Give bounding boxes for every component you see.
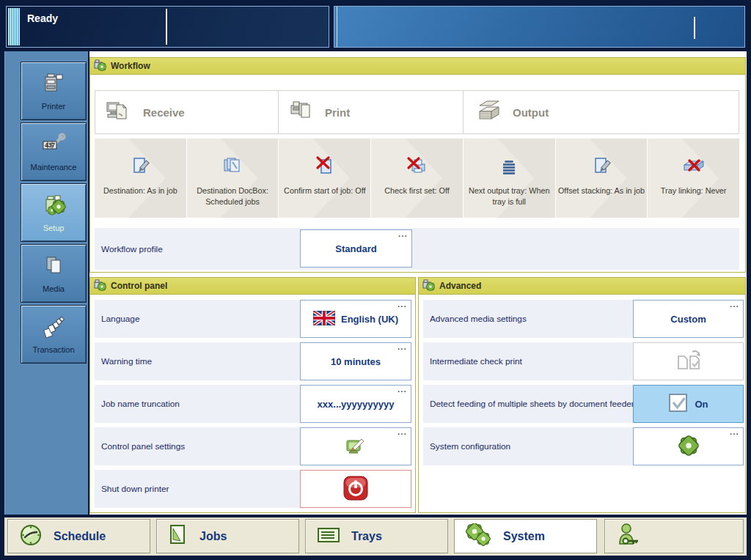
receive-icon: [106, 99, 133, 125]
setting-row-system-configuration: System configuration ...: [423, 427, 741, 465]
tab-jobs[interactable]: Jobs: [156, 519, 299, 553]
status-panel-left: Ready: [6, 6, 329, 48]
main-content: Workflow Rece: [89, 51, 747, 515]
workflow-tiles: Destination: As in job Destination DocBo…: [95, 139, 739, 218]
tile-label: Next output tray: When tray is full: [464, 185, 555, 207]
status-panel-edge: [337, 7, 337, 47]
warning-time-button[interactable]: ... 10 minutes: [300, 342, 411, 380]
section-title: Workflow: [111, 61, 150, 71]
setting-row-advanced-media: Advanced media settings ... Custom: [423, 300, 741, 338]
green-gear-icon: [678, 435, 699, 458]
advanced-section: Advanced Advanced media settings ... Cus…: [418, 277, 746, 513]
phase-label: Output: [513, 106, 549, 119]
tab-schedule[interactable]: Schedule: [7, 519, 150, 553]
workflow-profile-button[interactable]: ... Standard: [300, 229, 412, 268]
setting-value: Standard: [335, 243, 376, 254]
tile-next-output-tray[interactable]: Next output tray: When tray is full: [464, 139, 555, 218]
bottom-tab-bar: Schedule Jobs Trays: [4, 517, 747, 556]
activity-indicator: [8, 8, 20, 45]
tile-check-first-set[interactable]: Check first set: Off: [371, 139, 463, 218]
status-cursor: [694, 17, 695, 39]
sidebar-item-setup[interactable]: Setup: [21, 183, 87, 242]
setting-row-control-panel-settings: Control panel settings ...: [95, 427, 411, 465]
setting-row-detect-multifeed: Detect feeding of multiple sheets by doc…: [423, 385, 741, 423]
sidebar-item-transaction[interactable]: Transaction: [21, 305, 87, 364]
tray-red-x-icon: [681, 152, 706, 179]
phase-label: Receive: [143, 106, 185, 119]
phase-receive: Receive: [95, 91, 279, 133]
printer-icon: [41, 72, 66, 98]
tab-label: System: [503, 530, 545, 543]
setting-row-intermediate-check: Intermediate check print: [423, 342, 741, 380]
setting-label: Workflow profile: [101, 244, 163, 254]
section-gear-icon: [94, 279, 106, 293]
status-panel-right: [334, 6, 745, 48]
advanced-media-settings-button[interactable]: ... Custom: [633, 300, 744, 338]
language-button[interactable]: ... English (UK): [300, 300, 411, 338]
uk-flag-icon: [313, 311, 335, 328]
setting-row-language: Language ... English (UK): [95, 300, 411, 338]
tile-label: Destination: As in job: [101, 185, 180, 196]
detect-multifeed-toggle[interactable]: On: [633, 385, 744, 423]
setting-label: Advanced media settings: [430, 314, 527, 324]
setting-label: Detect feeding of multiple sheets by doc…: [430, 399, 634, 409]
shutdown-button[interactable]: [300, 470, 411, 508]
tile-label: Check first set: Off: [382, 185, 452, 196]
more-options-glyph: ...: [398, 386, 407, 394]
more-options-glyph: ...: [398, 301, 407, 309]
sidebar-item-label: Maintenance: [31, 163, 77, 172]
setting-label: Job name truncation: [101, 399, 180, 409]
system-configuration-button[interactable]: ...: [633, 427, 744, 465]
sidebar-item-maintenance[interactable]: 437 Maintenance: [21, 122, 87, 181]
more-options-glyph: ...: [730, 429, 739, 436]
more-options-glyph: ...: [398, 231, 408, 238]
setting-label: Control panel settings: [101, 441, 185, 452]
tile-tray-linking[interactable]: Tray linking: Never: [648, 139, 739, 218]
tile-label: Destination DocBox: Scheduled jobs: [187, 185, 279, 207]
intermediate-check-print-button[interactable]: [633, 342, 744, 380]
sidebar-item-media[interactable]: Media: [21, 244, 87, 303]
tile-confirm-start[interactable]: Confirm start of job: Off: [279, 139, 370, 218]
setting-row-job-name-truncation: Job name truncation ... xxx...yyyyyyyyyy: [95, 385, 411, 423]
job-name-truncation-button[interactable]: ... xxx...yyyyyyyyyy: [300, 385, 411, 423]
phase-output: Output: [464, 91, 739, 133]
setting-value: xxx...yyyyyyyyyy: [318, 399, 395, 410]
control-panel-section: Control panel Language ...: [89, 277, 416, 513]
section-gear-icon: [94, 59, 106, 73]
tab-operator-login[interactable]: [604, 519, 744, 553]
sidebar-item-label: Transaction: [32, 345, 74, 354]
tile-destination[interactable]: Destination: As in job: [95, 139, 186, 218]
more-options-glyph: ...: [730, 301, 739, 309]
tile-label: Offset stacking: As in job: [556, 185, 647, 196]
tile-destination-docbox[interactable]: Destination DocBox: Scheduled jobs: [187, 139, 279, 218]
more-options-glyph: ...: [398, 429, 407, 436]
output-stack-icon: [474, 99, 503, 125]
advanced-section-header: Advanced: [419, 278, 745, 295]
sidebar-item-label: Media: [43, 284, 65, 293]
control-panel-section-header: Control panel: [90, 278, 415, 295]
document-edit-icon: [128, 152, 152, 179]
tile-offset-stacking[interactable]: Offset stacking: As in job: [556, 139, 648, 218]
setting-value: 10 minutes: [331, 356, 381, 367]
setting-value: Custom: [670, 314, 706, 325]
section-title: Advanced: [439, 281, 481, 291]
workflow-section: Workflow Rece: [89, 57, 746, 273]
workflow-phase-headers: Receive Print: [95, 90, 739, 134]
more-options-glyph: ...: [398, 344, 407, 351]
setting-label: Language: [101, 314, 140, 324]
control-panel-settings-button[interactable]: ...: [300, 427, 411, 465]
tab-system[interactable]: System: [454, 519, 597, 553]
setting-label: System configuration: [430, 441, 510, 452]
tab-trays[interactable]: Trays: [305, 519, 448, 553]
setting-value: English (UK): [341, 314, 398, 325]
printer-control-screen: Ready Printer: [0, 0, 751, 560]
section-gear-icon: [422, 279, 435, 293]
printer-red-x-icon: [406, 152, 429, 179]
setting-label: Intermediate check print: [430, 356, 522, 366]
setting-value: On: [695, 399, 708, 410]
sidebar-item-printer[interactable]: Printer: [21, 62, 87, 120]
system-gears-icon: [466, 523, 492, 550]
tile-label: Tray linking: Never: [659, 185, 729, 196]
checkbox-checked-icon: [668, 393, 689, 415]
tab-label: Schedule: [54, 530, 106, 543]
